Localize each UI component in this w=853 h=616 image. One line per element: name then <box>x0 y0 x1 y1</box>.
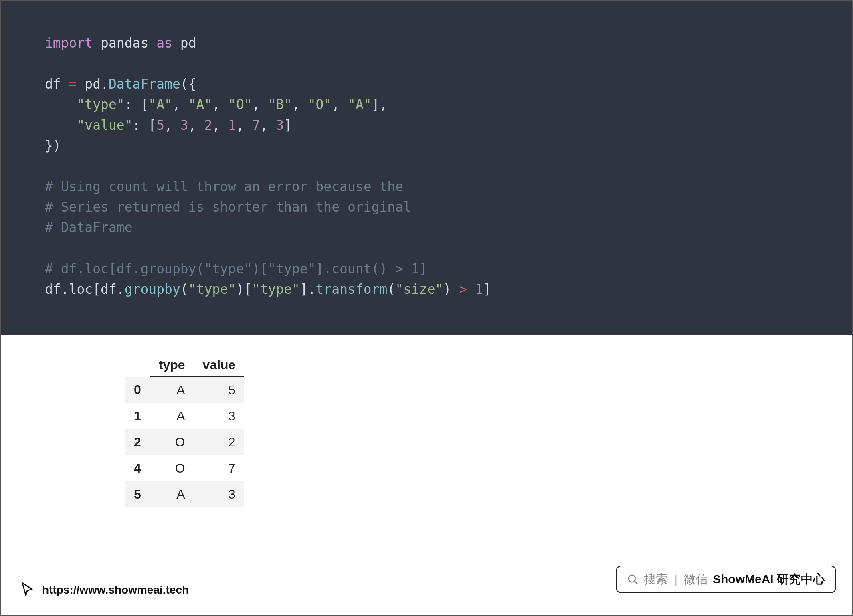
svg-line-1 <box>635 581 638 584</box>
footer-link: https://www.showmeai.tech <box>19 581 189 599</box>
cell-type: O <box>150 429 194 455</box>
cell-value: 3 <box>194 481 245 507</box>
table-row: 1A3 <box>125 403 244 429</box>
cell-type: O <box>150 455 194 481</box>
table-col-header: type <box>150 353 194 377</box>
search-icon <box>627 574 639 586</box>
wechat-label: 微信 <box>684 571 708 588</box>
row-index: 1 <box>125 403 150 429</box>
separator: | <box>674 573 677 586</box>
footer-url: https://www.showmeai.tech <box>42 584 189 596</box>
code-block: import pandas as pd df = pd.DataFrame({ … <box>1 1 852 335</box>
search-widget[interactable]: 搜索 | 微信 ShowMeAI 研究中心 <box>616 566 836 593</box>
table-row: 5A3 <box>125 481 244 507</box>
output-area: type value 0A51A32O24O75A3 https://www.s… <box>1 335 852 615</box>
table-row: 0A5 <box>125 377 244 403</box>
row-index: 5 <box>125 481 150 507</box>
row-index: 0 <box>125 377 150 403</box>
cell-value: 2 <box>194 429 245 455</box>
table-row: 4O7 <box>125 455 244 481</box>
table-row: 2O2 <box>125 429 244 455</box>
output-dataframe: type value 0A51A32O24O75A3 <box>125 353 244 507</box>
search-label: 搜索 <box>644 571 668 588</box>
cell-type: A <box>150 403 194 429</box>
brand-name: ShowMeAI 研究中心 <box>713 571 825 588</box>
row-index: 4 <box>125 455 150 481</box>
cell-value: 7 <box>194 455 245 481</box>
row-index: 2 <box>125 429 150 455</box>
cell-type: A <box>150 377 194 403</box>
table-index-header <box>125 353 150 377</box>
cursor-icon <box>19 581 36 599</box>
cell-value: 3 <box>194 403 245 429</box>
table-col-header: value <box>194 353 245 377</box>
cell-value: 5 <box>194 377 245 403</box>
svg-point-0 <box>629 575 636 582</box>
cell-type: A <box>150 481 194 507</box>
